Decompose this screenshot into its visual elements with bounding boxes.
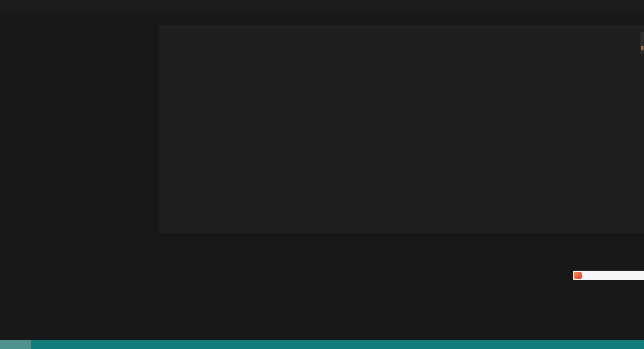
editor-scrollbar[interactable] [640,32,644,233]
close-icon [635,3,641,8]
close-window-button[interactable] [632,0,644,11]
open-editors-header[interactable] [19,22,159,29]
restore-button[interactable] [620,0,632,11]
scrollbar-thumb[interactable] [640,32,644,54]
close-panel-icon[interactable] [634,236,640,242]
toggle-panel-icon[interactable] [571,3,578,9]
status-bar [0,340,644,349]
minimize-icon [611,3,617,8]
editor-area [159,11,644,340]
window-controls [554,0,644,11]
terminal-content[interactable] [159,245,644,340]
more-actions-icon[interactable] [148,14,154,20]
minimize-button[interactable] [608,0,620,11]
panel-more-icon[interactable] [614,236,619,242]
customize-layout-icon[interactable] [598,3,604,9]
vscode-logo-icon [4,2,11,9]
toggle-sidebar-icon[interactable] [558,3,564,9]
project-root-header[interactable] [19,33,159,41]
tab-bar [159,11,644,25]
split-terminal-icon[interactable] [593,236,599,242]
terminal-profile-dropdown-icon[interactable] [572,237,576,241]
panel-actions [564,236,640,242]
toggle-secondary-sidebar-icon[interactable] [585,3,591,9]
restore-icon [623,3,629,8]
panel-header [159,233,644,245]
chevron-down-icon [22,35,27,40]
indent-guide [194,55,194,77]
maximize-panel-icon[interactable] [624,236,630,242]
ime-toolbar [573,271,644,280]
chevron-down-icon [22,23,27,28]
remote-indicator[interactable] [0,340,31,349]
terminal-panel [159,233,644,340]
activity-bar [0,11,19,340]
sogou-logo[interactable] [574,272,582,279]
code-editor[interactable] [159,32,644,233]
terminal-instance[interactable] [581,236,588,242]
kill-terminal-icon[interactable] [603,236,609,242]
breadcrumb [159,25,644,32]
terminal-icon [581,236,586,242]
vscode-window [0,0,644,349]
title-bar [0,0,644,11]
scrollbar-decoration [641,46,643,50]
explorer-sidebar [19,11,159,340]
new-terminal-icon[interactable] [564,236,570,242]
